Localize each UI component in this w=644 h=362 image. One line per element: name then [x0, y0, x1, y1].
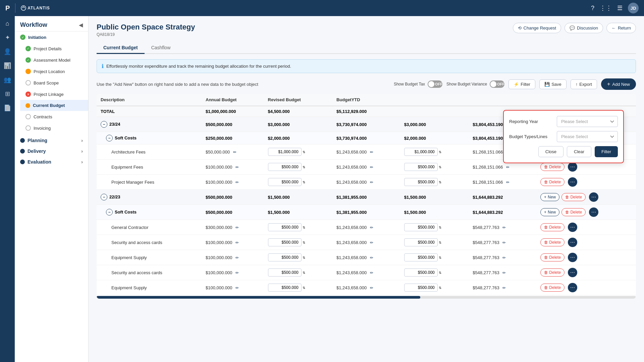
spinner-es22-icon[interactable]: ⇅	[439, 286, 441, 290]
save-button[interactable]: 💾 Save	[539, 79, 567, 89]
edit-ytd-equip-icon[interactable]: ✏	[370, 165, 373, 170]
filter-close-button[interactable]: Close	[538, 146, 564, 157]
more-2223-button[interactable]: ⋯	[589, 192, 598, 202]
edit-col6-equip-icon[interactable]: ✏	[506, 165, 509, 170]
delete-softcosts-2223-button[interactable]: 🗑 Delete	[561, 208, 586, 216]
spinner-pm2-icon[interactable]: ⇅	[439, 180, 441, 184]
help-icon[interactable]: ?	[591, 5, 594, 12]
spinner-sec22-icon[interactable]: ⇅	[439, 271, 441, 275]
delivery-section-header[interactable]: Delivery ›	[20, 148, 83, 154]
add-new-button[interactable]: + Add New	[601, 78, 636, 90]
edit-annual-es2-icon[interactable]: ✏	[235, 286, 239, 290]
sidebar-item-assessment-model[interactable]: ✓ Assessment Model	[20, 54, 88, 66]
spinner-sec12-icon[interactable]: ⇅	[439, 241, 441, 244]
more-sec1-button[interactable]: ⋯	[568, 238, 577, 247]
more-gc-button[interactable]: ⋯	[568, 223, 577, 232]
edit-annual-equip-icon[interactable]: ✏	[235, 165, 239, 170]
revised-arch-input[interactable]	[268, 148, 302, 156]
revised-equip-input[interactable]	[268, 163, 302, 171]
delete-es2-button[interactable]: 🗑 Delete	[540, 284, 565, 292]
delete-es1-button[interactable]: 🗑 Delete	[540, 253, 565, 261]
sidebar-item-current-budget[interactable]: Current Budget	[20, 100, 88, 111]
more-sec2-button[interactable]: ⋯	[568, 268, 577, 277]
spinner-gc2-icon[interactable]: ⇅	[439, 226, 441, 229]
col5-sec1-input[interactable]	[404, 238, 438, 246]
sidebar-item-project-location[interactable]: Project Location	[20, 66, 88, 77]
spinner-sec2-icon[interactable]: ⇅	[303, 271, 305, 275]
edit-annual-pm-icon[interactable]: ✏	[235, 180, 239, 185]
edit-annual-sec2-icon[interactable]: ✏	[235, 270, 239, 275]
home-icon[interactable]: ⌂	[6, 20, 9, 27]
edit-col6-sec2-icon[interactable]: ✏	[502, 270, 506, 275]
revised-pm-input[interactable]	[268, 178, 302, 186]
star-icon[interactable]: ✦	[5, 34, 10, 41]
edit-col6-sec1-icon[interactable]: ✏	[502, 240, 506, 245]
new-softcosts-2223-button[interactable]: + New	[540, 208, 559, 216]
more-equip-button[interactable]: ⋯	[568, 162, 577, 172]
budget-tax-toggle[interactable]: OFF	[428, 80, 442, 88]
edit-annual-gc-icon[interactable]: ✏	[235, 225, 239, 230]
spinner-equip2-icon[interactable]: ⇅	[439, 165, 441, 169]
budget-variance-toggle[interactable]: OFF	[490, 80, 504, 88]
edit-ytd-sec1-icon[interactable]: ✏	[370, 240, 373, 245]
collapse-softcosts-2324-btn[interactable]: −	[106, 135, 113, 141]
col5-arch-input[interactable]	[404, 148, 438, 156]
delete-equip-button[interactable]: 🗑 Delete	[540, 163, 565, 171]
collapse-softcosts-2223-btn[interactable]: −	[106, 209, 113, 216]
evaluation-section-header[interactable]: Evaluation ›	[20, 159, 83, 165]
revised-sec2-input[interactable]	[268, 268, 302, 277]
collapse-2324-btn[interactable]: −	[101, 121, 107, 128]
scrollbar-thumb[interactable]	[97, 296, 420, 299]
spinner-gc-icon[interactable]: ⇅	[303, 226, 305, 229]
delete-sec1-button[interactable]: 🗑 Delete	[540, 238, 565, 246]
sidebar-collapse-btn[interactable]: ◀	[79, 22, 83, 28]
delete-pm-button[interactable]: 🗑 Delete	[540, 178, 565, 186]
sidebar-item-project-details[interactable]: ✓ Project Details	[20, 43, 88, 54]
delete-gc-button[interactable]: 🗑 Delete	[540, 223, 565, 231]
grid-icon[interactable]: ⋮⋮	[600, 4, 612, 12]
col5-es2-input[interactable]	[404, 284, 438, 292]
new-2223-button[interactable]: + New	[540, 193, 559, 201]
chart-icon[interactable]: 📊	[4, 62, 11, 69]
sidebar-item-project-linkage[interactable]: ✕ Project Linkage	[20, 88, 88, 100]
person-icon[interactable]: 👤	[4, 48, 11, 55]
document-icon[interactable]: 📄	[4, 104, 11, 112]
group-icon[interactable]: 👥	[4, 76, 11, 83]
edit-col6-pm-icon[interactable]: ✏	[506, 180, 509, 185]
col5-sec2-input[interactable]	[404, 268, 438, 277]
edit-ytd-gc-icon[interactable]: ✏	[370, 225, 373, 230]
filter-clear-button[interactable]: Clear	[567, 146, 591, 157]
change-request-button[interactable]: ⟲ Change Request	[513, 23, 561, 33]
sidebar-item-invoicing[interactable]: Invoicing	[20, 122, 88, 134]
more-es2-button[interactable]: ⋯	[568, 283, 577, 292]
col5-pm-input[interactable]	[404, 178, 438, 186]
collapse-2223-btn[interactable]: −	[101, 194, 107, 200]
edit-annual-arch-icon[interactable]: ✏	[233, 150, 236, 155]
budget-types-select[interactable]: Please Select	[557, 131, 618, 142]
col5-gc-input[interactable]	[404, 223, 438, 231]
more-es1-button[interactable]: ⋯	[568, 253, 577, 262]
edit-ytd-pm-icon[interactable]: ✏	[370, 180, 373, 185]
spinner-sec1-icon[interactable]: ⇅	[303, 241, 305, 244]
spinner-equip-icon[interactable]: ⇅	[303, 165, 305, 169]
discussion-button[interactable]: 💬 Discussion	[565, 23, 603, 33]
sidebar-item-contracts[interactable]: Contracts	[20, 111, 88, 122]
spinner-arch-icon[interactable]: ⇅	[303, 150, 305, 154]
edit-col6-es2-icon[interactable]: ✏	[502, 286, 506, 290]
spinner-es2-icon[interactable]: ⇅	[303, 286, 305, 290]
edit-col6-gc-icon[interactable]: ✏	[502, 225, 506, 230]
col5-es1-input[interactable]	[404, 253, 438, 261]
revised-gc-input[interactable]	[268, 223, 302, 231]
delete-2223-button[interactable]: 🗑 Delete	[561, 193, 586, 201]
delete-sec2-button[interactable]: 🗑 Delete	[540, 268, 565, 277]
sidebar-item-board-scope[interactable]: Board Scope	[20, 77, 88, 88]
edit-ytd-arch-icon[interactable]: ✏	[370, 150, 373, 155]
filter-apply-button[interactable]: Filter	[595, 146, 618, 157]
reporting-year-select[interactable]: Please Select	[557, 116, 618, 127]
edit-ytd-sec2-icon[interactable]: ✏	[370, 270, 373, 275]
spinner-es1-icon[interactable]: ⇅	[303, 256, 305, 259]
menu-icon[interactable]: ☰	[617, 4, 623, 12]
sidebar-item-initiation[interactable]: ✓ Initiation	[15, 32, 88, 43]
edit-ytd-es2-icon[interactable]: ✏	[370, 286, 373, 290]
edit-col6-es1-icon[interactable]: ✏	[502, 255, 506, 260]
